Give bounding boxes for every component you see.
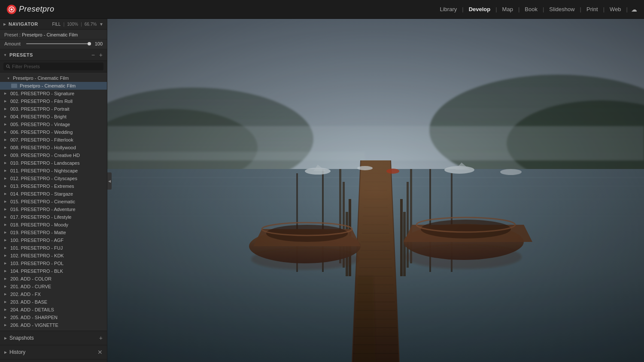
history-title: History (9, 349, 97, 355)
zoom-100-label[interactable]: 100% (67, 22, 78, 27)
preset-group-header[interactable]: ▶007. PRESETPRO - Filterlook (0, 136, 107, 144)
preset-group[interactable]: ▶002. PRESETPRO - Film Roll (0, 97, 107, 105)
preset-group[interactable]: ▶102. PRESETPRO - KDK (0, 252, 107, 259)
preset-group-header[interactable]: ▶100. PRESETPRO - AGF (0, 236, 107, 244)
preset-group[interactable]: ▶013. PRESETPRO - Extremes (0, 182, 107, 190)
preset-name-label: Presetpro - Cinematic Film (22, 32, 78, 37)
presets-plus-btn[interactable]: + (98, 52, 103, 58)
preset-group-arrow: ▶ (4, 92, 9, 95)
preset-group-header[interactable]: ▶013. PRESETPRO - Extremes (0, 182, 107, 190)
nav-print[interactable]: Print (582, 6, 602, 12)
preset-group[interactable]: ▶103. PRESETPRO - POL (0, 259, 107, 267)
preset-group-header[interactable]: ▶011. PRESETPRO - Nightscape (0, 167, 107, 175)
preset-group[interactable]: ▶016. PRESETPRO - Adventure (0, 205, 107, 213)
preset-group[interactable]: ▶003. PRESETPRO - Portrait (0, 105, 107, 113)
preset-group-name: 200. ADD - COLOR (10, 276, 52, 281)
amount-slider[interactable] (26, 43, 89, 44)
nav-book[interactable]: Book (520, 6, 542, 12)
panel-collapse-handle[interactable]: ◀ (107, 172, 112, 190)
preset-group-header[interactable]: ▶018. PRESETPRO - Moody (0, 221, 107, 229)
nav-web[interactable]: Web (605, 6, 626, 12)
preset-group[interactable]: ▶014. PRESETPRO - Stargaze (0, 190, 107, 198)
preset-group-header[interactable]: ▶001. PRESETPRO - Signature (0, 90, 107, 97)
nav-library[interactable]: Library (436, 6, 462, 12)
preset-group[interactable]: ▶202. ADD - FX (0, 290, 107, 298)
preset-item[interactable]: Presetpro - Cinematic Film (0, 82, 107, 90)
collections-header[interactable]: ▶ Collections + (0, 359, 107, 362)
nav-develop[interactable]: Develop (465, 6, 495, 12)
preset-group-header[interactable]: ▶101. PRESETPRO - FUJ (0, 244, 107, 252)
preset-group[interactable]: ▶205. ADD - SHARPEN (0, 314, 107, 321)
amount-row: Amount 100 (0, 39, 107, 49)
preset-group-header[interactable]: ▶009. PRESETPRO - Creative HD (0, 151, 107, 159)
preset-group[interactable]: ▶010. PRESETPRO - Landscapes (0, 159, 107, 167)
preset-group[interactable]: ▶005. PRESETPRO - Vintage (0, 121, 107, 128)
preset-group-header[interactable]: ▶102. PRESETPRO - KDK (0, 252, 107, 259)
photo-dock-image (107, 19, 644, 362)
snapshots-header[interactable]: ▶ Snapshots + (0, 331, 107, 345)
preset-group[interactable]: ▶001. PRESETPRO - Signature (0, 90, 107, 97)
search-input[interactable] (12, 64, 101, 69)
preset-subgroup-header[interactable]: ▼Presetpro - Cinematic Film (0, 74, 107, 82)
logo-area: Presetpro (7, 5, 55, 14)
navigator-header[interactable]: ▶ Navigator FILL | 100% | 66.7% ▼ (0, 19, 107, 29)
preset-group-header[interactable]: ▶006. PRESETPRO - Wedding (0, 128, 107, 136)
preset-group-header[interactable]: ▶016. PRESETPRO - Adventure (0, 205, 107, 213)
cloud-icon[interactable]: ☁ (631, 6, 637, 13)
presets-minus-btn[interactable]: − (91, 52, 96, 58)
preset-group-header[interactable]: ▶012. PRESETPRO - Cityscapes (0, 175, 107, 182)
history-header[interactable]: ▶ History ✕ (0, 345, 107, 359)
preset-group[interactable]: ▶104. PRESETPRO - BLK (0, 267, 107, 275)
preset-group-header[interactable]: ▶205. ADD - SHARPEN (0, 314, 107, 321)
preset-group[interactable]: ▶201. ADD - CURVE (0, 283, 107, 290)
preset-group-name: 006. PRESETPRO - Wedding (10, 130, 73, 135)
preset-group[interactable]: ▶018. PRESETPRO - Moody (0, 221, 107, 229)
preset-group[interactable]: ▶101. PRESETPRO - FUJ (0, 244, 107, 252)
preset-group-header[interactable]: ▶103. PRESETPRO - POL (0, 259, 107, 267)
preset-group[interactable]: ▶006. PRESETPRO - Wedding (0, 128, 107, 136)
preset-group[interactable]: ▶204. ADD - DETAILS (0, 306, 107, 314)
svg-point-1 (11, 8, 13, 10)
preset-group-header[interactable]: ▶010. PRESETPRO - Landscapes (0, 159, 107, 167)
snapshots-add-btn[interactable]: + (99, 335, 103, 341)
preset-group-name: 019. PRESETPRO - Matte (10, 230, 66, 235)
preset-group-header[interactable]: ▶014. PRESETPRO - Stargaze (0, 190, 107, 198)
nav-map[interactable]: Map (498, 6, 517, 12)
zoom-fill-label[interactable]: FILL (52, 22, 61, 27)
preset-group-header[interactable]: ▶206. ADD - VIGNETTE (0, 321, 107, 329)
preset-group-header[interactable]: ▶015. PRESETPRO - Cinematic (0, 198, 107, 205)
preset-group[interactable]: ▶200. ADD - COLOR (0, 275, 107, 283)
preset-group[interactable]: ▼Presetpro - Cinematic FilmPresetpro - C… (0, 74, 107, 90)
preset-group[interactable]: ▶015. PRESETPRO - Cinematic (0, 198, 107, 205)
preset-group-header[interactable]: ▶003. PRESETPRO - Portrait (0, 105, 107, 113)
history-clear-btn[interactable]: ✕ (97, 349, 103, 356)
preset-group[interactable]: ▶011. PRESETPRO - Nightscape (0, 167, 107, 175)
zoom-more-icon[interactable]: ▼ (99, 22, 103, 27)
preset-group[interactable]: ▶203. ADD - BASE (0, 298, 107, 306)
preset-group-header[interactable]: ▶104. PRESETPRO - BLK (0, 267, 107, 275)
preset-group-header[interactable]: ▶201. ADD - CURVE (0, 283, 107, 290)
preset-group-header[interactable]: ▶019. PRESETPRO - Matte (0, 229, 107, 236)
preset-group-header[interactable]: ▶004. PRESETPRO - Bright (0, 113, 107, 121)
preset-group[interactable]: ▶004. PRESETPRO - Bright (0, 113, 107, 121)
preset-list: ▼Presetpro - Cinematic FilmPresetpro - C… (0, 72, 107, 331)
preset-group-header[interactable]: ▶005. PRESETPRO - Vintage (0, 121, 107, 128)
preset-group-header[interactable]: ▶008. PRESETPRO - Hollywood (0, 144, 107, 151)
preset-group-arrow: ▶ (4, 285, 9, 288)
preset-group[interactable]: ▶017. PRESETPRO - Lifestyle (0, 213, 107, 221)
preset-group-header[interactable]: ▶017. PRESETPRO - Lifestyle (0, 213, 107, 221)
nav-slideshow[interactable]: Slideshow (545, 6, 579, 12)
preset-group[interactable]: ▶012. PRESETPRO - Cityscapes (0, 175, 107, 182)
preset-group-header[interactable]: ▶203. ADD - BASE (0, 298, 107, 306)
preset-group-header[interactable]: ▶204. ADD - DETAILS (0, 306, 107, 314)
preset-group-header[interactable]: ▶202. ADD - FX (0, 290, 107, 298)
zoom-66-label[interactable]: 66.7% (85, 22, 97, 27)
preset-group-header[interactable]: ▶002. PRESETPRO - Film Roll (0, 97, 107, 105)
preset-group[interactable]: ▶100. PRESETPRO - AGF (0, 236, 107, 244)
preset-group[interactable]: ▶019. PRESETPRO - Matte (0, 229, 107, 236)
preset-group[interactable]: ▶009. PRESETPRO - Creative HD (0, 151, 107, 159)
preset-group[interactable]: ▶007. PRESETPRO - Filterlook (0, 136, 107, 144)
preset-group-header[interactable]: ▶200. ADD - COLOR (0, 275, 107, 283)
preset-group[interactable]: ▶008. PRESETPRO - Hollywood (0, 144, 107, 151)
preset-group[interactable]: ▶206. ADD - VIGNETTE (0, 321, 107, 329)
